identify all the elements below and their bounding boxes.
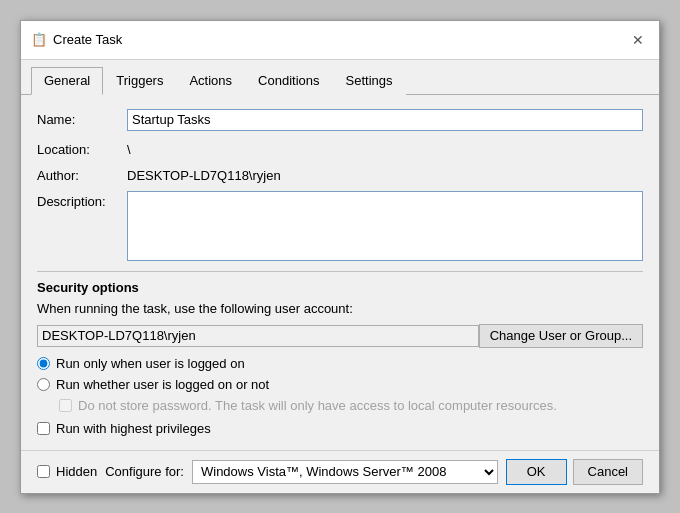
radio-logged-on-input[interactable] bbox=[37, 357, 50, 370]
user-account-description: When running the task, use the following… bbox=[37, 301, 353, 316]
title-bar: 📋 Create Task ✕ bbox=[21, 21, 659, 60]
radio-whether-input[interactable] bbox=[37, 378, 50, 391]
name-input[interactable] bbox=[127, 109, 643, 131]
no-store-password-checkbox bbox=[59, 399, 72, 412]
configure-row: Configure for: Windows Vista™, Windows S… bbox=[105, 460, 498, 484]
name-label: Name: bbox=[37, 109, 127, 127]
task-icon: 📋 bbox=[31, 32, 47, 48]
close-button[interactable]: ✕ bbox=[627, 29, 649, 51]
hidden-checkbox-row: Hidden bbox=[37, 464, 97, 479]
ok-button[interactable]: OK bbox=[506, 459, 567, 485]
author-label: Author: bbox=[37, 165, 127, 183]
configure-select[interactable]: Windows Vista™, Windows Server™ 2008 Win… bbox=[192, 460, 498, 484]
tab-actions[interactable]: Actions bbox=[176, 67, 245, 95]
location-value: \ bbox=[127, 139, 643, 157]
author-row: Author: DESKTOP-LD7Q118\ryjen bbox=[37, 165, 643, 183]
radio-whether-label: Run whether user is logged on or not bbox=[56, 377, 269, 392]
action-buttons: OK Cancel bbox=[506, 459, 643, 485]
location-label: Location: bbox=[37, 139, 127, 157]
radio-whether[interactable]: Run whether user is logged on or not bbox=[37, 377, 643, 392]
title-bar-left: 📋 Create Task bbox=[31, 32, 122, 48]
user-account-input[interactable] bbox=[37, 325, 479, 347]
highest-privileges-checkbox[interactable] bbox=[37, 422, 50, 435]
description-label: Description: bbox=[37, 191, 127, 209]
tab-bar: General Triggers Actions Conditions Sett… bbox=[21, 60, 659, 95]
location-row: Location: \ bbox=[37, 139, 643, 157]
tab-conditions[interactable]: Conditions bbox=[245, 67, 332, 95]
description-input[interactable] bbox=[127, 191, 643, 261]
hidden-label: Hidden bbox=[56, 464, 97, 479]
tab-triggers[interactable]: Triggers bbox=[103, 67, 176, 95]
highest-privileges-label: Run with highest privileges bbox=[56, 421, 211, 436]
user-account-label-row: When running the task, use the following… bbox=[37, 301, 643, 316]
no-store-password-label: Do not store password. The task will onl… bbox=[78, 398, 557, 413]
radio-logged-on-label: Run only when user is logged on bbox=[56, 356, 245, 371]
radio-group: Run only when user is logged on Run whet… bbox=[37, 356, 643, 413]
radio-logged-on[interactable]: Run only when user is logged on bbox=[37, 356, 643, 371]
configure-label: Configure for: bbox=[105, 464, 184, 479]
hidden-checkbox[interactable] bbox=[37, 465, 50, 478]
user-account-row: Change User or Group... bbox=[37, 324, 643, 348]
change-user-button[interactable]: Change User or Group... bbox=[479, 324, 643, 348]
tab-general[interactable]: General bbox=[31, 67, 103, 95]
no-store-password-row: Do not store password. The task will onl… bbox=[59, 398, 643, 413]
create-task-dialog: 📋 Create Task ✕ General Triggers Actions… bbox=[20, 20, 660, 494]
section-divider bbox=[37, 271, 643, 272]
highest-privileges-row[interactable]: Run with highest privileges bbox=[37, 421, 643, 436]
security-title: Security options bbox=[37, 280, 643, 295]
bottom-bar: Hidden Configure for: Windows Vista™, Wi… bbox=[21, 450, 659, 493]
tab-content: Name: Location: \ Author: DESKTOP-LD7Q11… bbox=[21, 95, 659, 450]
cancel-button[interactable]: Cancel bbox=[573, 459, 643, 485]
tab-settings[interactable]: Settings bbox=[333, 67, 406, 95]
name-row: Name: bbox=[37, 109, 643, 131]
author-value: DESKTOP-LD7Q118\ryjen bbox=[127, 165, 643, 183]
description-row: Description: bbox=[37, 191, 643, 261]
dialog-title: Create Task bbox=[53, 32, 122, 47]
